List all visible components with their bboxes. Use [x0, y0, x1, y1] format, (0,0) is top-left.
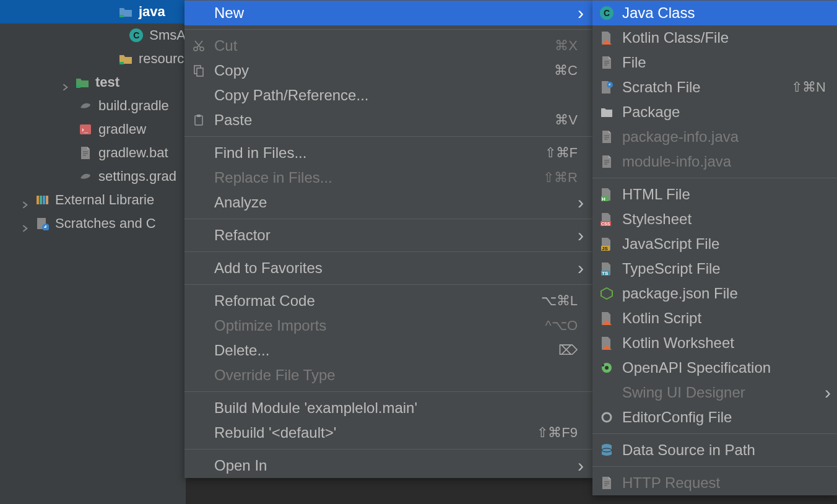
cut-icon — [192, 40, 206, 52]
menu-label: Replace in Files... — [214, 169, 332, 186]
menu-item-typescript-file[interactable]: TSTypeScript File — [592, 256, 837, 281]
svg-text:H: H — [602, 196, 605, 201]
menu-item-rebuild-default-[interactable]: Rebuild '<default>'⇧⌘F9 — [184, 420, 592, 445]
tree-label: Scratches and C — [55, 215, 156, 232]
package-icon — [600, 106, 614, 118]
menu-item-delete-[interactable]: Delete...⌦ — [184, 338, 592, 363]
svg-rect-19 — [197, 68, 203, 76]
menu-separator — [592, 433, 837, 434]
menu-separator — [184, 136, 592, 137]
js-icon: JS — [600, 237, 614, 251]
svg-rect-0 — [119, 15, 124, 17]
menu-item-new[interactable]: New — [184, 1, 592, 25]
menu-item-scratch-file[interactable]: Scratch File⇧⌘N — [592, 75, 837, 100]
menu-item-java-class[interactable]: CJava Class — [592, 1, 837, 25]
tree-label: settings.grad — [98, 168, 176, 185]
file-dim-icon — [600, 476, 614, 490]
shell-icon: ›_ — [79, 123, 92, 136]
tree-label: resourc — [139, 51, 184, 67]
tree-item-gradlew[interactable]: ›_gradlew — [0, 118, 186, 141]
menu-item-package-json-file[interactable]: package.json File — [592, 281, 837, 306]
svg-text:›_: ›_ — [82, 126, 89, 133]
menu-label: Refactor — [214, 227, 271, 244]
menu-shortcut: ⌘V — [555, 112, 578, 128]
menu-item-kotlin-script[interactable]: Kotlin Script — [592, 306, 837, 331]
menu-shortcut: ⇧⌘F9 — [537, 425, 578, 441]
menu-item-paste[interactable]: Paste⌘V — [184, 108, 592, 133]
tree-item-resourc[interactable]: resourc — [0, 47, 186, 71]
tree-item-java[interactable]: java — [0, 0, 186, 24]
tree-label: External Librarie — [55, 192, 154, 208]
menu-item-refactor[interactable]: Refactor — [184, 223, 592, 248]
menu-label: Stylesheet — [622, 211, 692, 228]
menu-item-stylesheet[interactable]: CSSStylesheet — [592, 207, 837, 232]
menu-item-html-file[interactable]: HHTML File — [592, 182, 837, 207]
svg-marker-41 — [601, 288, 612, 299]
gradle-icon — [79, 99, 92, 113]
menu-item-openapi-specification[interactable]: OpenAPI Specification — [592, 355, 837, 380]
chevron-right-icon[interactable] — [62, 79, 69, 86]
file-icon — [600, 56, 614, 69]
menu-shortcut: ⇧⌘N — [791, 79, 826, 95]
menu-item-find-in-files-[interactable]: Find in Files...⇧⌘F — [184, 141, 592, 165]
tree-item-scratches-and-c[interactable]: Scratches and C — [0, 212, 186, 235]
chevron-right-icon[interactable] — [22, 220, 29, 227]
menu-item-package[interactable]: Package — [592, 100, 837, 124]
menu-item-file[interactable]: File — [592, 50, 837, 75]
tree-item-external-librarie[interactable]: External Librarie — [0, 188, 186, 212]
menu-shortcut: ⇧⌘F — [545, 145, 578, 161]
menu-item-build-module-examplelol-main-[interactable]: Build Module 'examplelol.main' — [184, 396, 592, 420]
menu-item-kotlin-worksheet[interactable]: Kotlin Worksheet — [592, 331, 837, 355]
menu-item-open-in[interactable]: Open In — [184, 453, 592, 478]
menu-label: Analyze — [214, 194, 267, 211]
menu-item-kotlin-class-file[interactable]: Kotlin Class/File — [592, 25, 837, 50]
svg-rect-21 — [197, 115, 201, 117]
menu-item-analyze[interactable]: Analyze — [184, 190, 592, 215]
scratch-file-icon — [600, 80, 614, 94]
lib-icon — [35, 193, 49, 207]
menu-label: Data Source in Path — [622, 441, 755, 459]
class-c-icon: C — [129, 28, 143, 42]
menu-label: HTML File — [622, 186, 690, 203]
menu-item-copy[interactable]: Copy⌘C — [184, 58, 592, 83]
menu-label: Delete... — [214, 342, 269, 359]
tree-item-test[interactable]: test — [0, 71, 186, 94]
project-tree[interactable]: javaCSmsAresourctestbuild.gradle›_gradle… — [0, 0, 186, 504]
menu-label: HTTP Request — [622, 474, 720, 492]
html-icon: H — [600, 188, 614, 201]
menu-label: Override File Type — [214, 367, 336, 384]
svg-text:CSS: CSS — [601, 222, 610, 226]
menu-separator — [184, 219, 592, 219]
svg-point-46 — [602, 364, 604, 367]
context-menu[interactable]: NewCut⌘XCopy⌘CCopy Path/Reference...Past… — [184, 0, 593, 478]
db-icon — [600, 443, 614, 457]
menu-item-cut: Cut⌘X — [184, 33, 592, 58]
menu-label: EditorConfig File — [622, 409, 732, 426]
menu-item-copy-path-reference-[interactable]: Copy Path/Reference... — [184, 83, 592, 108]
tree-item-gradlew-bat[interactable]: gradlew.bat — [0, 141, 186, 165]
menu-item-reformat-code[interactable]: Reformat Code⌥⌘L — [184, 289, 592, 313]
tree-item-smsa[interactable]: CSmsA — [0, 24, 186, 47]
menu-label: JavaScript File — [622, 235, 719, 253]
menu-item-add-to-favorites[interactable]: Add to Favorites — [184, 256, 592, 280]
svg-rect-10 — [43, 196, 45, 204]
menu-label: Kotlin Class/File — [622, 29, 729, 46]
menu-item-editorconfig-file[interactable]: EditorConfig File — [592, 405, 837, 430]
menu-label: Paste — [214, 111, 252, 129]
file-dim-icon — [600, 155, 614, 168]
menu-label: package.json File — [622, 285, 738, 302]
kotlin-icon — [600, 311, 614, 325]
tree-item-settings-grad[interactable]: settings.grad — [0, 165, 186, 188]
menu-shortcut: ⌘X — [555, 38, 578, 54]
menu-item-data-source-in-path[interactable]: Data Source in Path — [592, 438, 837, 463]
folder-res-icon — [119, 52, 132, 66]
svg-rect-8 — [37, 196, 39, 204]
menu-label: Optimize Imports — [214, 317, 326, 334]
gradle-icon — [79, 170, 92, 183]
menu-item-javascript-file[interactable]: JSJavaScript File — [592, 232, 837, 256]
chevron-right-icon[interactable] — [22, 196, 29, 204]
scratch-icon — [35, 217, 49, 230]
tree-item-build-gradle[interactable]: build.gradle — [0, 94, 186, 118]
new-submenu[interactable]: CJava ClassKotlin Class/FileFileScratch … — [592, 0, 837, 495]
menu-item-module-info-java: module-info.java — [592, 149, 837, 174]
